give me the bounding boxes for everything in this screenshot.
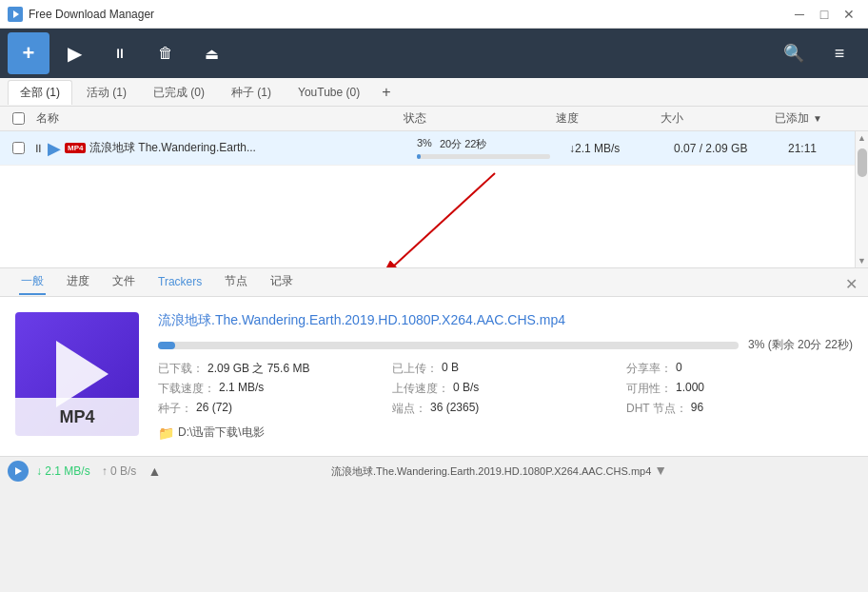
svg-line-3	[381, 173, 495, 268]
detail-progress-bar	[158, 342, 739, 349]
stat-seeds: 种子： 26 (72)	[158, 401, 385, 417]
detail-progress-text: 3% (剩余 20分 22秒)	[748, 337, 853, 353]
status-left: ↓ 2.1 MB/s ↑ 0 B/s ▲	[8, 461, 161, 482]
delete-button[interactable]: 🗑	[145, 32, 187, 74]
resume-button[interactable]: ⏏	[190, 32, 232, 74]
detail-tab-general[interactable]: 一般	[19, 269, 46, 295]
pause-button[interactable]: ⏸	[99, 32, 141, 74]
status-icon	[8, 461, 29, 482]
detail-tab-files[interactable]: 文件	[110, 269, 137, 295]
file-thumbnail: MP4	[15, 312, 139, 436]
upload-speed-status: ↑ 0 B/s	[102, 464, 137, 478]
scroll-down-button[interactable]: ▼	[856, 254, 869, 267]
detail-tab-trackers[interactable]: Trackers	[156, 271, 204, 294]
detail-progress-fill	[158, 342, 175, 349]
stat-endpoints: 端点： 36 (2365)	[392, 401, 619, 417]
row-time-left: 20分 22秒	[440, 137, 487, 151]
add-download-button[interactable]: +	[8, 32, 49, 74]
stat-downloaded: 已下载： 2.09 GB 之 75.6 MB	[158, 361, 385, 377]
select-all-checkbox[interactable]	[12, 112, 25, 125]
row-added-time: 21:11	[788, 142, 864, 155]
scrollbar-thumb[interactable]	[858, 148, 867, 177]
title-bar: Free Download Manager ─ □ ✕	[0, 0, 868, 29]
detail-info-panel: 流浪地球.The.Wandering.Earth.2019.HD.1080P.X…	[158, 312, 853, 441]
file-type-label: MP4	[15, 398, 139, 436]
detail-progress-row: 3% (剩余 20分 22秒)	[158, 337, 853, 353]
row-filename: 流浪地球 The.Wandering.Earth...	[89, 140, 417, 156]
row-play-icon[interactable]: ▶	[48, 138, 61, 159]
sort-arrow-icon: ▼	[813, 113, 822, 124]
tab-done[interactable]: 已完成 (0)	[141, 80, 217, 105]
stat-uploaded: 已上传： 0 B	[392, 361, 619, 377]
maximize-button[interactable]: □	[813, 5, 836, 24]
header-added: 已添加 ▼	[775, 110, 851, 127]
detail-file-title: 流浪地球.The.Wandering.Earth.2019.HD.1080P.X…	[158, 312, 853, 329]
stat-upload-speed: 上传速度： 0 B/s	[392, 381, 619, 397]
minimize-button[interactable]: ─	[788, 5, 811, 24]
detail-save-path: 📁 D:\迅雷下载\电影	[158, 424, 853, 441]
detail-tab-progress[interactable]: 进度	[65, 269, 91, 295]
add-tab-button[interactable]: +	[374, 82, 398, 103]
status-dropdown-icon[interactable]: ▼	[654, 463, 667, 478]
header-checkbox	[4, 112, 32, 125]
stat-share-rate: 分享率： 0	[626, 361, 853, 377]
status-bar: ↓ 2.1 MB/s ↑ 0 B/s ▲ 流浪地球.The.Wandering.…	[0, 456, 868, 484]
download-speed-status: ↓ 2.1 MB/s	[36, 464, 90, 478]
download-list: 名称 状态 速度 大小 已添加 ▼ ⏸ ▶ MP4 流浪地球 The.Wande…	[0, 107, 868, 268]
header-size: 大小	[661, 110, 775, 127]
list-scrollbar[interactable]: ▲ ▼	[855, 131, 868, 267]
table-row[interactable]: ⏸ ▶ MP4 流浪地球 The.Wandering.Earth... 3% 2…	[0, 131, 868, 166]
app-icon	[8, 7, 23, 22]
row-controls: ⏸ ▶ MP4	[32, 138, 89, 159]
row-type-badge: MP4	[65, 143, 86, 153]
title-bar-left: Free Download Manager	[8, 7, 154, 22]
detail-panel: 一般 进度 文件 Trackers 节点 记录 ✕ MP4 流浪地球.The.W…	[0, 268, 868, 456]
header-status: 状态	[404, 110, 556, 127]
header-speed: 速度	[556, 110, 661, 127]
row-checkbox	[4, 142, 32, 154]
menu-button[interactable]: ≡	[819, 32, 860, 74]
status-filename: 流浪地球.The.Wandering.Earth.2019.HD.1080P.X…	[161, 463, 860, 479]
tab-active[interactable]: 活动 (1)	[74, 80, 139, 105]
window-controls: ─ □ ✕	[788, 5, 860, 24]
tab-torrent[interactable]: 种子 (1)	[219, 80, 284, 105]
main-toolbar: + ▶ ⏸ 🗑 ⏏ 🔍 ≡	[0, 29, 868, 78]
row-speed: ↓2.1 MB/s	[569, 142, 674, 155]
row-status: 3% 20分 22秒	[417, 137, 569, 159]
search-button[interactable]: 🔍	[773, 32, 815, 74]
stat-dht: DHT 节点： 96	[626, 401, 853, 417]
detail-tab-nodes[interactable]: 节点	[223, 269, 249, 295]
stat-availability: 可用性： 1.000	[626, 381, 853, 397]
row-progress-bar	[417, 154, 550, 159]
folder-icon: 📁	[158, 425, 174, 441]
row-progress-fill	[417, 154, 421, 159]
status-speeds: ↓ 2.1 MB/s ↑ 0 B/s	[36, 464, 136, 478]
row-select-checkbox[interactable]	[12, 142, 25, 154]
detail-tab-log[interactable]: 记录	[268, 269, 295, 295]
row-size: 0.07 / 2.09 GB	[674, 142, 788, 155]
play-button[interactable]: ▶	[53, 32, 95, 74]
detail-stats: 已下载： 2.09 GB 之 75.6 MB 已上传： 0 B 分享率： 0 下…	[158, 361, 853, 417]
header-name: 名称	[32, 110, 404, 127]
stat-download-speed: 下载速度： 2.1 MB/s	[158, 381, 385, 397]
category-tabs: 全部 (1) 活动 (1) 已完成 (0) 种子 (1) YouTube (0)…	[0, 78, 868, 107]
tab-youtube[interactable]: YouTube (0)	[286, 81, 372, 103]
detail-tabs: 一般 进度 文件 Trackers 节点 记录 ✕	[0, 268, 868, 297]
scroll-up-button[interactable]: ▲	[856, 131, 869, 145]
row-pause-icon[interactable]: ⏸	[32, 142, 44, 155]
app-title: Free Download Manager	[29, 8, 154, 21]
expand-button[interactable]: ▲	[148, 464, 161, 479]
row-percent: 3%	[417, 137, 432, 151]
detail-content: MP4 流浪地球.The.Wandering.Earth.2019.HD.108…	[0, 297, 868, 456]
list-header: 名称 状态 速度 大小 已添加 ▼	[0, 107, 868, 131]
tab-all[interactable]: 全部 (1)	[8, 80, 72, 105]
detail-close-button[interactable]: ✕	[841, 274, 860, 293]
close-button[interactable]: ✕	[838, 5, 860, 24]
annotation-arrow	[286, 154, 571, 268]
